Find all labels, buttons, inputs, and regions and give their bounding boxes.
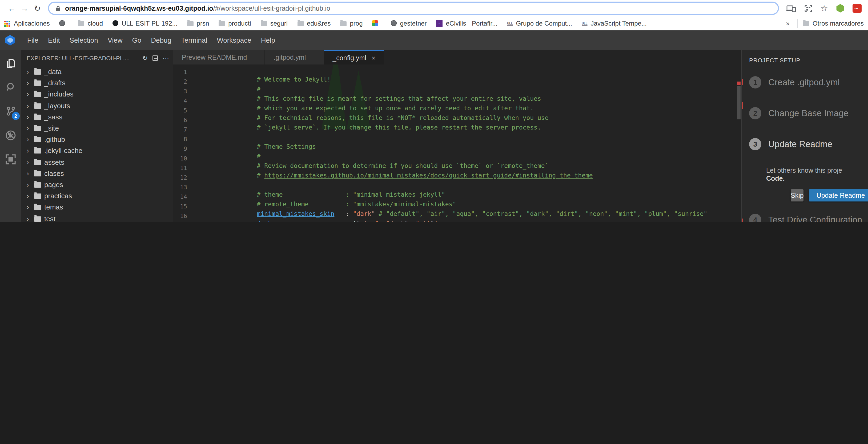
- file-tree-item[interactable]: clases: [21, 168, 173, 179]
- file-tree-item[interactable]: _includes: [21, 89, 173, 100]
- file-type-icon: [34, 81, 41, 86]
- lastpass-extension-icon[interactable]: [852, 4, 862, 13]
- file-tree-item[interactable]: _site: [21, 123, 173, 134]
- screen: ← → ↻ orange-marsupial-6qwqkh5z.ws-eu03.…: [0, 0, 868, 222]
- close-icon[interactable]: ×: [372, 54, 375, 62]
- bookmark-label: eCivilis - Portafir...: [446, 20, 497, 27]
- file-type-icon: [34, 193, 41, 199]
- bookmark[interactable]: seguri: [261, 20, 288, 27]
- step-label: Change Base Image: [768, 108, 848, 118]
- gitpod-logo-icon[interactable]: [5, 35, 16, 45]
- editor-tab[interactable]: _config.yml ×: [324, 50, 384, 64]
- bookmark[interactable]: producti: [219, 20, 251, 27]
- menu-item[interactable]: Edit: [43, 36, 65, 44]
- menu-item[interactable]: Help: [256, 36, 280, 44]
- vertical-scrollbar-thumb[interactable]: [737, 86, 741, 119]
- file-tree-item[interactable]: temas: [21, 202, 173, 213]
- bookmark[interactable]: eCivilis - Portafir...: [436, 20, 497, 27]
- setup-step[interactable]: 1 Create .gitpod.yml: [742, 67, 868, 98]
- gitpod-extension-icon[interactable]: [836, 4, 844, 12]
- search-icon[interactable]: [0, 75, 21, 99]
- bookmark[interactable]: gestetner: [391, 20, 427, 27]
- bookmark-star-icon[interactable]: ☆: [820, 4, 828, 12]
- bookmark[interactable]: [372, 20, 381, 26]
- file-tree-item[interactable]: test: [21, 213, 173, 222]
- bookmark[interactable]: prsn: [187, 20, 209, 27]
- bookmark[interactable]: JavaScript Tempe...: [582, 20, 647, 27]
- back-icon[interactable]: ←: [5, 2, 18, 15]
- devices-icon[interactable]: [786, 4, 796, 12]
- menu-item[interactable]: Debug: [146, 36, 176, 44]
- code-line: 17 # Site Settings: [173, 221, 741, 222]
- bookmark-favicon-icon: [391, 20, 397, 26]
- bookmarks-overflow-icon[interactable]: »: [784, 20, 792, 27]
- code-editor[interactable]: 1 # Welcome to Jekyll! 2 #: [173, 64, 741, 222]
- update-readme-button[interactable]: Update Readme: [809, 189, 868, 201]
- menu-item[interactable]: File: [22, 36, 43, 44]
- file-tree-item[interactable]: _drafts: [21, 77, 173, 89]
- bookmark[interactable]: Aplicaciones: [4, 20, 50, 27]
- explorer-files-icon[interactable]: [0, 51, 21, 75]
- refresh-icon[interactable]: ↻: [142, 54, 148, 62]
- file-name: _site: [44, 124, 59, 132]
- menu-item[interactable]: Workspace: [212, 36, 256, 44]
- file-tree-item[interactable]: _sass: [21, 112, 173, 123]
- file-tree-item[interactable]: .jekyll-cache: [21, 145, 173, 156]
- file-tree-item[interactable]: assets: [21, 156, 173, 168]
- file-tree-item[interactable]: .github: [21, 134, 173, 145]
- collapse-all-icon[interactable]: [153, 56, 158, 61]
- other-bookmarks[interactable]: Otros marcadores: [803, 20, 864, 27]
- more-actions-icon[interactable]: ···: [163, 54, 169, 62]
- bookmark[interactable]: edu&res: [297, 20, 331, 27]
- file-tree-item[interactable]: _data: [21, 66, 173, 77]
- menu-item[interactable]: View: [103, 36, 127, 44]
- file-name: _layouts: [44, 101, 70, 109]
- bookmark[interactable]: cloud: [78, 20, 103, 27]
- file-tree-item[interactable]: practicas: [21, 190, 173, 201]
- line-number: 2: [173, 78, 198, 85]
- qr-code-icon[interactable]: [804, 4, 812, 12]
- file-type-icon: [34, 216, 41, 221]
- plugins-icon[interactable]: [0, 147, 21, 171]
- editor-tab[interactable]: Preview README.md ×: [173, 50, 265, 64]
- file-type-icon: [34, 126, 41, 131]
- file-tree-item[interactable]: pages: [21, 179, 173, 190]
- bookmark[interactable]: Grupo de Comput...: [507, 20, 572, 27]
- bookmark-favicon-icon: [507, 22, 513, 25]
- line-number: 1: [173, 68, 198, 75]
- editor-group: Preview README.md × .gitpod.yml × _confi…: [173, 50, 741, 222]
- editor-tab[interactable]: .gitpod.yml ×: [265, 50, 323, 64]
- bookmark-label: Aplicaciones: [14, 20, 50, 27]
- bookmark-label: gestetner: [400, 20, 427, 27]
- bookmark[interactable]: [59, 20, 68, 26]
- vertical-scrollbar[interactable]: [737, 80, 741, 222]
- skip-button[interactable]: Skip: [791, 189, 804, 201]
- setup-step[interactable]: 3 Update Readme: [742, 128, 868, 159]
- line-number: 12: [173, 174, 198, 181]
- menu-item[interactable]: Terminal: [176, 36, 212, 44]
- menu-item[interactable]: Go: [127, 36, 146, 44]
- reload-icon[interactable]: ↻: [31, 2, 44, 15]
- chevron-right-icon: [27, 136, 34, 143]
- browser-actions: ☆: [786, 4, 862, 13]
- address-bar[interactable]: orange-marsupial-6qwqkh5z.ws-eu03.gitpod…: [48, 2, 779, 15]
- bookmark-label: JavaScript Tempe...: [591, 20, 647, 27]
- forward-icon[interactable]: →: [18, 2, 31, 15]
- debug-disabled-icon[interactable]: [0, 123, 21, 147]
- file-name: _sass: [44, 113, 62, 121]
- line-number: 9: [173, 145, 198, 152]
- file-name: practicas: [44, 192, 72, 200]
- file-tree-item[interactable]: _layouts: [21, 100, 173, 111]
- chevron-right-icon: [27, 204, 34, 211]
- setup-step[interactable]: 2 Change Base Image: [742, 98, 868, 128]
- step-label: Create .gitpod.yml: [768, 77, 840, 87]
- bookmark[interactable]: ULL-ESIT-PL-192...: [113, 20, 177, 27]
- bookmark[interactable]: prog: [340, 20, 363, 27]
- setup-step[interactable]: 4 Test Drive Configuration: [742, 204, 868, 222]
- bookmark-label: producti: [228, 20, 251, 27]
- bookmark-label: prog: [350, 20, 363, 27]
- menu-item[interactable]: Selection: [65, 36, 103, 44]
- source-control-icon[interactable]: 2: [0, 99, 21, 123]
- bookmark-favicon-icon: [340, 21, 347, 26]
- file-type-icon: [34, 137, 41, 142]
